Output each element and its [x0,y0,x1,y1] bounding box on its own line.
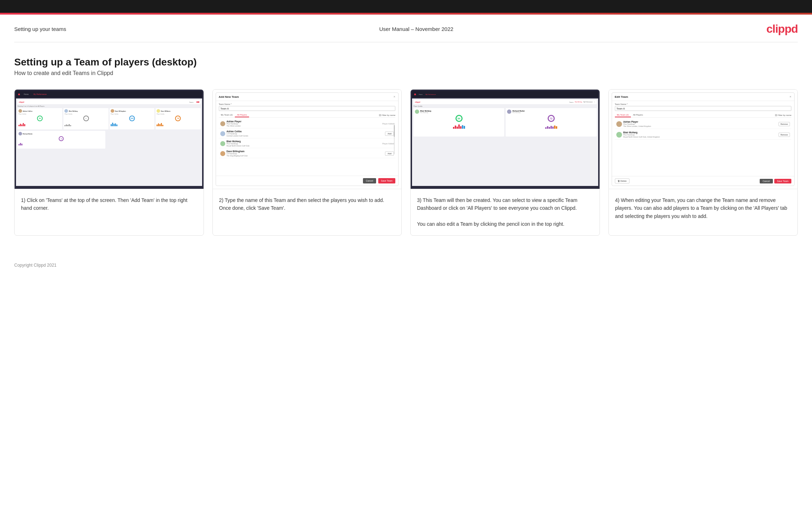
header: Setting up your teams User Manual – Nove… [0,15,812,42]
edit-team-title: Edit Team [615,95,628,98]
list-item: Adrian Coliba 1-5 Handicap Central Londo… [219,129,396,138]
tab-all-players[interactable]: All Players [235,113,249,117]
card-2: Add New Team × Team Name * Team A My Tea… [212,89,402,236]
remove-player-button[interactable]: Remove [779,133,790,137]
player-info: Adrian Player Plus Handicap The Shire Lo… [227,120,381,127]
tab-my-team[interactable]: My Team (2) [219,113,235,117]
player-info: Adrian Coliba 1-5 Handicap Central Londo… [227,130,384,137]
nav-teams: My Performance [32,93,48,96]
team-name-input[interactable]: Team A [219,106,396,111]
list-item: Blair McHarg Plus Handicap Royal North D… [615,130,792,140]
add-new-team-title: Add New Team [219,95,239,98]
clippd-logo: clippd [766,22,798,36]
team-name-label: Team Name * [219,103,396,105]
filter-by-name: Filter by name [379,113,395,117]
avatar [616,121,622,127]
add-new-team-modal-header: Add New Team × [216,93,399,101]
nav-dot [414,94,416,95]
player-info: Dave Billingham 3.5 Handicap The Dog Mag… [227,150,384,157]
card-3: Home My Performance clippd Teams Blair M… [410,89,600,236]
player-list: Adrian Player Plus Handicap The Shire Lo… [219,119,396,158]
header-center-text: User Manual – November 2022 [379,26,453,32]
card-2-screenshot: Add New Team × Team Name * Team A My Tea… [213,90,402,189]
modal-footer: Cancel Save Team [216,176,399,186]
card-1-screenshot: Home My Performance clippd Teams Add Sho… [15,90,204,189]
card-1-text: 1) Click on 'Teams' at the top of the sc… [15,189,204,235]
tab-my-team[interactable]: My Team (2) [615,113,631,117]
card-1: Home My Performance clippd Teams Add Sho… [14,89,204,236]
modal-footer: 🗑 Delete Cancel Save Team [612,176,795,186]
edit-team-modal-header: Edit Team × [612,93,795,101]
player-info: Adrian Player Plus Handicap The Shire Lo… [623,121,777,127]
avatar [220,141,225,146]
cancel-button[interactable]: Cancel [363,178,376,183]
edit-team-modal-body: Team Name * Team A My Team (2) All Playe… [612,101,795,176]
player-tabs: My Team (2) All Players Filter by name [615,113,792,118]
list-item: Blair McHarg Plus Handicap Royal North D… [219,139,396,148]
nav-dot [18,94,20,95]
save-team-button[interactable]: Save Team [774,179,791,183]
card-4: Edit Team × Team Name * Team A My Team (… [608,89,798,236]
team-name-input[interactable]: Team A [615,106,792,111]
save-team-button[interactable]: Save Team [378,178,395,183]
copyright-text: Copyright Clippd 2021 [14,263,57,268]
remove-player-button[interactable]: Remove [779,122,790,126]
page-title: Setting up a Team of players (desktop) [14,57,798,68]
player-added-label: Player Added [382,123,394,125]
player-info: Blair McHarg Plus Handicap Royal North D… [227,140,381,147]
list-item: Dave Billingham 3.5 Handicap The Dog Mag… [219,149,396,158]
avatar [220,131,225,136]
modal-close-icon[interactable]: × [394,95,395,98]
list-item: Adrian Player Plus Handicap The Shire Lo… [219,119,396,128]
card-4-text: 4) When editing your Team, you can chang… [609,189,798,235]
cards-grid: Home My Performance clippd Teams Add Sho… [14,89,798,236]
footer: Copyright Clippd 2021 [0,257,812,273]
card-4-screenshot: Edit Team × Team Name * Team A My Team (… [609,90,798,189]
cancel-button[interactable]: Cancel [760,179,773,183]
list-item: Adrian Player Plus Handicap The Shire Lo… [615,119,792,129]
main-content: Setting up a Team of players (desktop) H… [0,42,812,257]
trash-icon: 🗑 [618,180,620,182]
modal-close-icon[interactable]: × [790,95,791,98]
add-new-team-modal-body: Team Name * Team A My Team (2) All Playe… [216,101,399,176]
add-player-button[interactable]: Add [385,132,394,136]
player-info: Blair McHarg Plus Handicap Royal North D… [623,131,777,138]
top-bar [0,0,812,13]
team-name-label: Team Name * [615,103,792,105]
card-3-screenshot: Home My Performance clippd Teams Blair M… [411,90,600,189]
nav-home: Home [23,93,30,96]
tab-all-players[interactable]: All Players [631,113,645,117]
card-2-text: 2) Type the name of this Team and then s… [213,189,402,235]
delete-button[interactable]: 🗑 Delete [615,178,629,183]
filter-by-name: Filter by name [775,113,791,117]
add-player-button[interactable]: Add [385,151,394,156]
avatar [616,132,622,138]
player-list: Adrian Player Plus Handicap The Shire Lo… [615,119,792,140]
card-3-text: 3) This Team will then be created. You c… [411,189,600,235]
player-added-label: Player Added [382,143,394,145]
scrollbar-thumb[interactable] [394,125,395,137]
avatar [220,151,225,156]
player-tabs: My Team (2) All Players Filter by name [219,113,396,118]
page-subtitle: How to create and edit Teams in Clippd [14,70,798,76]
header-left-text: Setting up your teams [14,26,66,32]
avatar [220,121,225,126]
footer-right-buttons: Cancel Save Team [760,179,791,183]
